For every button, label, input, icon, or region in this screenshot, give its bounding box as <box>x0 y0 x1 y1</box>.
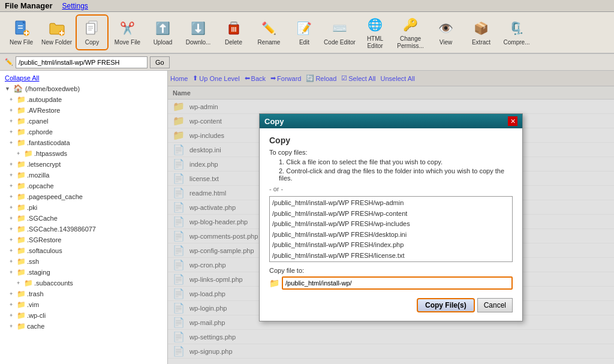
sidebar-folder-icon: 📁 <box>17 139 26 147</box>
sidebar-item-label: .ssh <box>27 258 39 265</box>
dialog-copy-heading: Copy <box>269 136 513 145</box>
sidebar-item: +📁.pki <box>0 202 167 213</box>
app-title: File Manager <box>5 1 52 10</box>
sidebar-item-row--pki[interactable]: +📁.pki <box>0 203 167 212</box>
toolbar-btn-new-folder[interactable]: New Folder <box>40 14 73 50</box>
toolbar-btn-extract[interactable]: 📦Extract <box>465 14 498 50</box>
sidebar-item-label: .subaccounts <box>34 279 73 287</box>
sidebar-item-row--opcache[interactable]: +📁.opcache <box>0 181 167 191</box>
sidebar-item-row--trash[interactable]: +📁.trash <box>0 289 167 299</box>
delete-icon <box>224 19 243 38</box>
sidebar-item-row--autoupdate[interactable]: +📁.autoupdate <box>0 95 167 104</box>
path-input[interactable] <box>16 56 148 68</box>
sidebar-item-row--SGRestore[interactable]: +📁.SGRestore <box>0 235 167 245</box>
copy-icon <box>83 19 102 38</box>
copy-to-folder-icon: 📁 <box>269 278 279 288</box>
sidebar-folder-icon: 📁 <box>17 171 26 179</box>
sidebar-folder-icon: 📁 <box>24 279 33 287</box>
toolbar-btn-change-perm[interactable]: 🔑Change Permiss... <box>394 14 427 50</box>
sidebar-folder-icon: 📁 <box>17 322 26 330</box>
sidebar: Collapse All ▼ 🏠 (/home/boxedweb) +📁.aut… <box>0 71 168 364</box>
sidebar-item-label: .staging <box>27 269 50 276</box>
go-button[interactable]: Go <box>150 56 170 68</box>
sidebar-expand-icon: + <box>10 226 16 232</box>
toolbar-btn-copy[interactable]: Copy <box>76 14 109 50</box>
root-folder-icon: 🏠 <box>13 84 23 93</box>
sidebar-folder-icon: 📁 <box>17 311 26 320</box>
toolbar-btn-label-move-file: Move File <box>115 39 140 46</box>
sidebar-item-row--ssh[interactable]: +📁.ssh <box>0 257 167 266</box>
toolbar-btn-upload[interactable]: ⬆️Upload <box>146 14 179 50</box>
toolbar-btn-new-file[interactable]: New File <box>5 14 38 50</box>
sidebar-expand-icon: + <box>17 151 23 157</box>
copy-files-button[interactable]: Copy File(s) <box>417 298 475 312</box>
sidebar-item-row--subaccounts[interactable]: +📁.subaccounts <box>0 278 167 288</box>
upload-icon: ⬆️ <box>154 19 173 38</box>
toolbar-btn-move-file[interactable]: ✂️Move File <box>111 14 144 50</box>
sidebar-item: +📁.subaccounts <box>0 278 167 288</box>
sidebar-root: ▼ 🏠 (/home/boxedweb) <box>0 83 167 94</box>
root-expand-icon[interactable]: ▼ <box>5 86 11 92</box>
dialog-close-button[interactable]: ✕ <box>508 116 517 126</box>
toolbar-btn-rename[interactable]: ✏️Rename <box>252 14 285 50</box>
sidebar-item-label: .pagespeed_cache <box>27 193 83 200</box>
sidebar-folder-icon: 📁 <box>17 214 26 222</box>
dialog-to-copy-label: To copy files: <box>269 149 513 156</box>
sidebar-item-row--vim[interactable]: +📁.vim <box>0 300 167 309</box>
toolbar-btn-label-html-editor: HTML Editor <box>359 35 392 50</box>
sidebar-folder-icon: 📁 <box>17 203 26 212</box>
copy-to-input[interactable] <box>282 276 513 290</box>
sidebar-item-label: .softaculous <box>27 247 62 254</box>
sidebar-item-row--SGCache-1439886077[interactable]: +📁.SGCache.1439886077 <box>0 224 167 234</box>
change-perm-icon: 🔑 <box>401 15 420 34</box>
sidebar-folder-icon: 📁 <box>17 160 26 169</box>
sidebar-item-row--SGCache[interactable]: +📁.SGCache <box>0 213 167 223</box>
sidebar-folder-icon: 📁 <box>17 257 26 266</box>
new-folder-icon <box>47 19 67 38</box>
sidebar-item-row--softaculous[interactable]: +📁.softaculous <box>0 246 167 255</box>
toolbar-btn-compress[interactable]: 🗜️Compre... <box>500 14 533 50</box>
move-file-icon: ✂️ <box>118 19 137 38</box>
sidebar-expand-icon: + <box>10 140 16 146</box>
edit-icon: 📝 <box>295 19 314 38</box>
toolbar-btn-edit[interactable]: 📝Edit <box>288 14 321 50</box>
top-bar: File Manager Settings <box>0 0 614 12</box>
sidebar-item-row--cpanel[interactable]: +📁.cpanel <box>0 116 167 126</box>
sidebar-item-row--wp-cli[interactable]: +📁.wp-cli <box>0 311 167 320</box>
toolbar-btn-download[interactable]: ⬇️Downlo... <box>182 14 215 50</box>
sidebar-folder-icon: 📁 <box>17 268 26 276</box>
toolbar-btn-label-copy: Copy <box>85 39 99 46</box>
sidebar-item-label: .wp-cli <box>27 312 46 319</box>
sidebar-item-row-cache[interactable]: +📁cache <box>0 321 167 331</box>
sidebar-item-row--fantasticodata[interactable]: +📁.fantasticodata <box>0 138 167 148</box>
sidebar-expand-icon: + <box>10 269 16 275</box>
dialog-copy-to-row: 📁 <box>269 276 513 290</box>
collapse-all-link[interactable]: Collapse All <box>0 73 167 83</box>
toolbar-btn-label-download: Downlo... <box>186 39 211 46</box>
svg-rect-11 <box>86 23 95 34</box>
file-area: Home ⬆ Up One Level ⬅ Back ➡ Forward 🔄 R… <box>168 71 614 364</box>
sidebar-item-row--staging[interactable]: +📁.staging <box>0 267 167 277</box>
sidebar-item: +📁.SGRestore <box>0 234 167 245</box>
sidebar-item: +📁.autoupdate <box>0 94 167 105</box>
toolbar-btn-delete[interactable]: Delete <box>217 14 250 50</box>
sidebar-item-row--letsencrypt[interactable]: +📁.letsencrypt <box>0 160 167 169</box>
dialog-instruction-1: 1. Click a file icon to select the file … <box>279 158 513 166</box>
cancel-button[interactable]: Cancel <box>477 298 513 312</box>
sidebar-item-row--pagespeed-cache[interactable]: +📁.pagespeed_cache <box>0 192 167 201</box>
dialog-path-line: /public_html/install-wp/WP FRESH/wp-admi… <box>272 198 510 209</box>
download-icon: ⬇️ <box>189 19 208 38</box>
toolbar-btn-view[interactable]: 👁️View <box>429 14 462 50</box>
toolbar-btn-html-editor[interactable]: 🌐HTML Editor <box>359 14 392 50</box>
sidebar-item-row--cphorde[interactable]: +📁.cphorde <box>0 127 167 137</box>
toolbar-btn-code-editor[interactable]: ⌨️Code Editor <box>323 14 356 50</box>
dialog-paths-box[interactable]: /public_html/install-wp/WP FRESH/wp-admi… <box>269 196 513 262</box>
toolbar-btn-label-rename: Rename <box>258 39 281 46</box>
sidebar-item-row--AVRestore[interactable]: +📁.AVRestore <box>0 106 167 115</box>
sidebar-folder-icon: 📁 <box>17 106 26 115</box>
sidebar-item-row--htpasswds[interactable]: +📁.htpasswds <box>0 149 167 158</box>
sidebar-item-row--mozilla[interactable]: +📁.mozilla <box>0 170 167 180</box>
sidebar-folder-icon: 📁 <box>24 149 33 158</box>
settings-link[interactable]: Settings <box>62 2 88 10</box>
toolbar-btn-label-new-file: New File <box>10 39 33 46</box>
